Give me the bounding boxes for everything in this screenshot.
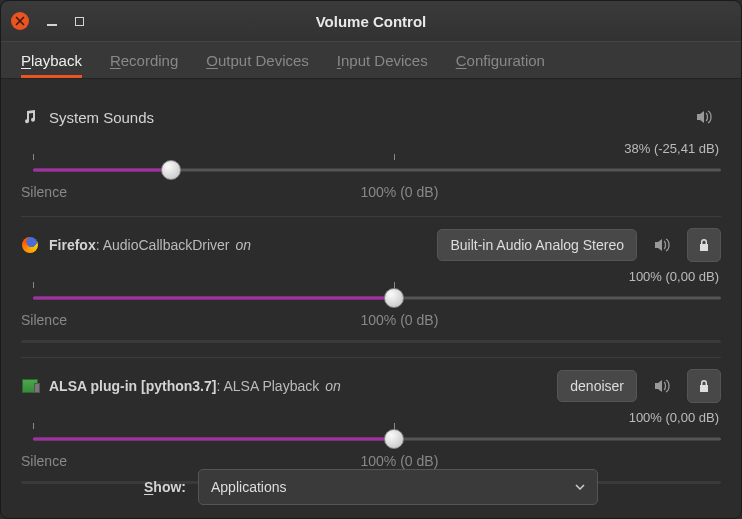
slider-scale-labels: Silence 100% (0 dB) <box>21 312 721 330</box>
firefox-icon <box>21 237 39 253</box>
sink-select-button[interactable]: denoiser <box>557 370 637 402</box>
slider-scale-labels: Silence 100% (0 dB) <box>21 184 721 202</box>
mute-icon[interactable] <box>687 100 721 134</box>
audio-card-icon <box>21 379 39 393</box>
chevron-down-icon <box>575 484 585 490</box>
sink-select-button[interactable]: Built-in Audio Analog Stereo <box>437 229 637 261</box>
db-readout: 100% (0,00 dB) <box>21 410 721 425</box>
playback-content: System Sounds 38% (-25,41 dB) Silence 10… <box>1 79 741 498</box>
db-readout: 38% (-25,41 dB) <box>21 141 721 156</box>
show-filter-select[interactable]: Applications <box>198 469 598 505</box>
window-title: Volume Control <box>1 13 741 30</box>
stream-firefox: Firefox: AudioCallbackDriver on Built-in… <box>21 217 721 358</box>
volume-slider[interactable] <box>33 160 721 180</box>
tab-playback[interactable]: Playback <box>21 44 82 77</box>
tab-input-devices[interactable]: Input Devices <box>337 44 428 77</box>
tab-output-devices[interactable]: Output Devices <box>206 44 309 77</box>
stream-label: System Sounds <box>49 109 154 126</box>
lock-channels-icon[interactable] <box>687 228 721 262</box>
db-readout: 100% (0,00 dB) <box>21 269 721 284</box>
stream-label: ALSA plug-in [python3.7]: ALSA Playback <box>49 378 319 394</box>
mute-icon[interactable] <box>645 228 679 262</box>
vu-meter <box>21 340 721 343</box>
volume-slider[interactable] <box>33 288 721 308</box>
titlebar: Volume Control <box>1 1 741 41</box>
mute-icon[interactable] <box>645 369 679 403</box>
stream-on-label: on <box>236 237 252 253</box>
lock-channels-icon[interactable] <box>687 369 721 403</box>
stream-on-label: on <box>325 378 341 394</box>
tab-configuration[interactable]: Configuration <box>456 44 545 77</box>
stream-system-sounds: System Sounds 38% (-25,41 dB) Silence 10… <box>21 89 721 217</box>
music-note-icon <box>21 109 39 125</box>
volume-slider[interactable] <box>33 429 721 449</box>
tab-recording[interactable]: Recording <box>110 44 178 77</box>
footer-bar: Show: Applications <box>20 469 722 505</box>
show-label: Show: <box>144 479 186 495</box>
tab-bar: Playback Recording Output Devices Input … <box>1 41 741 79</box>
stream-label: Firefox: AudioCallbackDriver <box>49 237 230 253</box>
